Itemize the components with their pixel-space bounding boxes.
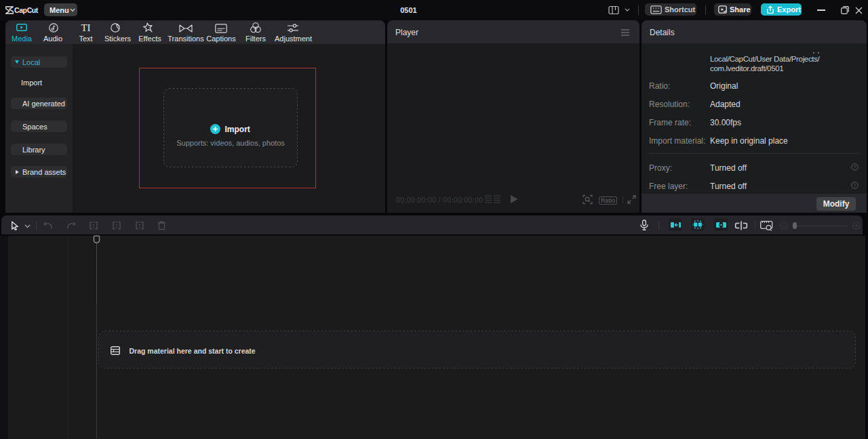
svg-text:?: ? xyxy=(854,183,856,188)
svg-text:?: ? xyxy=(854,165,856,169)
